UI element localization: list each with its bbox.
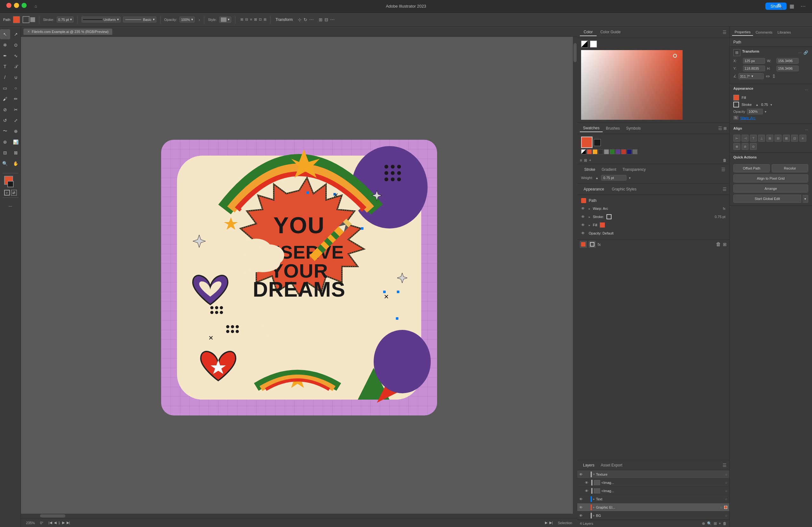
search-icon[interactable]: 🔍 <box>777 3 783 9</box>
canvas-tab[interactable]: ✕ FileInfo.com Example.ai @ 235 % (RGB/P… <box>24 29 112 35</box>
layer-arrange-btn[interactable]: ⊞ <box>714 521 717 526</box>
stroke-panel-menu[interactable]: ☰ <box>721 167 725 172</box>
layer-collapse-icon[interactable]: ▾ <box>593 472 595 476</box>
home-icon[interactable]: ⌂ <box>31 3 41 10</box>
appear-stroke-icon-btn[interactable] <box>589 241 596 248</box>
appearance-row-opacity[interactable]: 👁 Opacity: Default <box>577 229 729 237</box>
minimize-button[interactable] <box>14 3 19 8</box>
tab-transparency[interactable]: Transparency <box>620 167 649 172</box>
line-tool[interactable]: / <box>0 72 10 82</box>
stroke-down-icon[interactable]: ▾ <box>770 103 772 106</box>
paintbrush-tool[interactable]: 🖌 <box>0 94 10 104</box>
expand-icon[interactable]: ⊞ <box>319 17 322 22</box>
opacity-select[interactable]: 100% ▾ <box>179 16 195 22</box>
appearance-row-warp[interactable]: 👁 ▸ Warp: Arc fx <box>577 205 729 213</box>
scrollbar-thumb-h[interactable] <box>40 514 66 517</box>
swatch-none[interactable] <box>581 149 586 154</box>
align-top-btn[interactable]: ⊥ <box>758 135 765 142</box>
stroke-type-select[interactable]: Uniform ▾ <box>82 16 120 22</box>
stroke-sub-icon[interactable] <box>30 17 35 22</box>
stroke-up-icon[interactable]: ▲ <box>756 103 759 106</box>
expand-icon-fill[interactable]: ▸ <box>589 223 590 227</box>
play-icon[interactable]: ▶ <box>545 521 548 525</box>
swatch-secondary[interactable] <box>594 139 602 147</box>
swatch-green[interactable] <box>610 149 615 154</box>
eye-icon-stroke[interactable]: 👁 <box>581 214 586 219</box>
arrange-btn[interactable]: Arrange <box>733 184 808 193</box>
appearance-row-fill[interactable]: 👁 ▸ Fill <box>577 221 729 229</box>
layer-row-imag1[interactable]: 👁 <Imag... ○ <box>577 479 729 487</box>
touch-type-tool[interactable]: 𝒯 <box>11 61 21 72</box>
layer-arrow-text[interactable]: ▸ <box>593 497 595 501</box>
align-icon[interactable]: ⊟ <box>245 17 248 21</box>
rectangle-tool[interactable]: ▭ <box>0 83 10 93</box>
distribute-icon[interactable]: ⊡ <box>259 17 262 21</box>
appear-fx-btn[interactable]: fx <box>598 242 601 247</box>
layers-panel-menu[interactable]: ☰ <box>723 463 727 468</box>
tab-asset-export[interactable]: Asset Export <box>598 462 625 468</box>
swatch-orange[interactable] <box>593 149 598 154</box>
recolor-btn[interactable]: Recolor <box>772 164 808 172</box>
angle-select[interactable]: 311.7° ▾ <box>738 73 764 79</box>
color-gradient-picker[interactable] <box>581 50 683 120</box>
appear-delete-btn[interactable]: 🗑 <box>716 241 721 247</box>
more-options-icon[interactable]: › <box>199 17 200 22</box>
swatch-add-icon[interactable]: ⊞ <box>584 158 587 163</box>
slice-select-tool[interactable]: ⊠ <box>11 148 21 158</box>
swatch-delete-icon[interactable]: 🗑 <box>723 158 727 163</box>
dist-left-btn[interactable]: ⊠ <box>783 135 790 142</box>
layer-new-btn[interactable]: + <box>719 521 721 526</box>
expand-icon-stroke[interactable]: ▸ <box>589 215 590 219</box>
curvature-tool[interactable]: ∿ <box>11 51 21 61</box>
tab-brushes[interactable]: Brushes <box>603 125 623 132</box>
more-tools-btn[interactable]: ··· <box>5 201 16 211</box>
transform-label[interactable]: Transform <box>276 17 293 22</box>
none-icon[interactable]: ⊘ <box>4 190 10 196</box>
layer-vis-icon-text[interactable]: ○ <box>725 497 727 501</box>
color-cursor[interactable] <box>673 54 677 58</box>
layer-arrow-bg[interactable]: ▸ <box>593 514 595 517</box>
scissors-tool[interactable]: ✂ <box>11 105 21 115</box>
close-button[interactable] <box>6 3 11 8</box>
dist-bottom-btn[interactable]: ⊙ <box>750 143 757 150</box>
tab-layers[interactable]: Layers <box>580 462 598 468</box>
next-icon[interactable]: ▶ <box>62 521 65 525</box>
props-opacity-input[interactable] <box>747 109 763 115</box>
transform-more-icon[interactable]: ··· <box>798 50 801 55</box>
align-right-btn[interactable]: ⊤ <box>750 135 757 142</box>
swatch-mid[interactable] <box>633 149 638 154</box>
layer-row-bg[interactable]: 👁 ▸ BG ○ <box>577 511 729 520</box>
type-tool[interactable]: T <box>0 61 10 72</box>
layer-eye-text[interactable]: 👁 <box>579 497 584 501</box>
layer-vis-icon-imag2[interactable]: ○ <box>725 489 727 493</box>
offset-path-btn[interactable]: Offset Path <box>733 164 770 172</box>
transform-flip-icon[interactable]: ⇔ <box>766 73 770 79</box>
dist-v-btn[interactable]: ⊘ <box>742 143 749 150</box>
align-bottom-btn[interactable]: ⊟ <box>774 135 782 142</box>
layer-eye-bg[interactable]: 👁 <box>579 514 584 517</box>
transform-chain-icon[interactable]: 🔗 <box>803 50 808 55</box>
fill-indicator[interactable] <box>590 41 597 47</box>
more-icon[interactable]: ⋯ <box>801 3 806 9</box>
appear-fill-icon-btn[interactable] <box>580 241 587 248</box>
close-tab-icon[interactable]: ✕ <box>27 30 30 33</box>
opacity-chevron[interactable]: ▾ <box>765 110 766 114</box>
swatches-panel-menu[interactable]: ☰ <box>718 126 722 131</box>
layer-arrow-graphic[interactable]: ▸ <box>593 506 595 509</box>
y-input[interactable] <box>743 65 765 71</box>
arrange-icon[interactable]: ⊟ <box>324 17 328 22</box>
tab-properties[interactable]: Properties <box>732 29 753 36</box>
fill-color-indicator[interactable] <box>600 223 605 227</box>
start-global-edit-btn[interactable]: Start Global Edit <box>733 195 801 203</box>
appear-more-icon[interactable]: ··· <box>805 88 808 92</box>
align-more-icon[interactable]: ··· <box>805 127 808 132</box>
swatch-navy[interactable] <box>627 149 632 154</box>
swap-icon[interactable]: ⇄ <box>11 190 17 196</box>
dist-h-btn[interactable]: ⊡ <box>791 135 798 142</box>
tab-appearance[interactable]: Appearance <box>580 186 608 193</box>
align-center-h-btn[interactable]: ⊣ <box>742 135 749 142</box>
vertical-scrollbar[interactable] <box>573 37 577 518</box>
weight-dropdown-icon[interactable]: ▾ <box>629 176 630 180</box>
swatch-crimson[interactable] <box>621 149 626 154</box>
align-left-btn[interactable]: ⊢ <box>733 135 740 142</box>
